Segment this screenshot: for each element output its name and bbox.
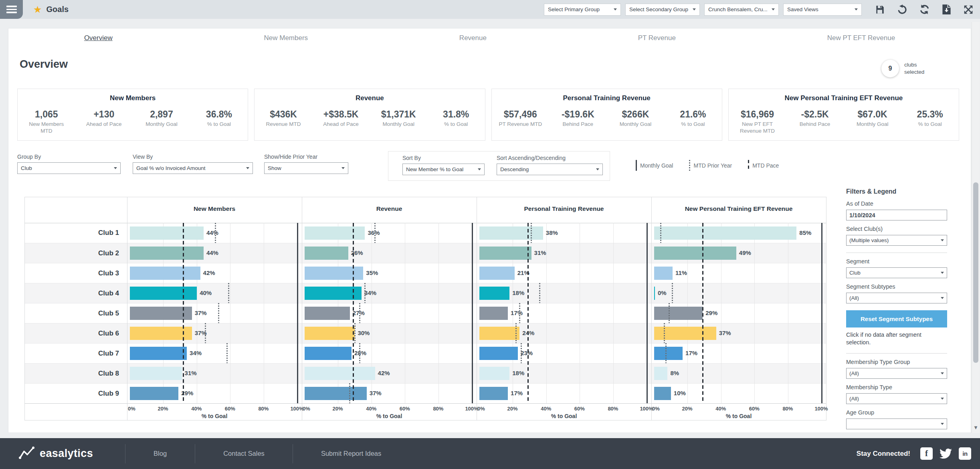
footer-link-blog[interactable]: Blog	[125, 450, 195, 457]
bar-club-9-revenue[interactable]	[305, 387, 367, 400]
bar-club-9-new-members[interactable]	[130, 387, 178, 400]
bar-club-2-new-personal-training-eft-revenue[interactable]	[654, 247, 736, 260]
bar-club-3-revenue[interactable]	[305, 267, 363, 280]
tab-overview[interactable]: Overview	[84, 34, 113, 42]
bar-club-5-new-members[interactable]	[130, 307, 192, 320]
sidebar-note: Click if no data after segment selection…	[846, 331, 944, 346]
field-value: Club	[849, 270, 861, 276]
x-axis-tick: 0%	[128, 406, 144, 412]
bar-club-8-new-members[interactable]	[130, 367, 182, 380]
kpi-stat-ahead-of-pace: +130Ahead of Pace	[75, 109, 133, 135]
refresh-icon[interactable]	[919, 4, 930, 15]
linkedin-icon[interactable]: in	[959, 447, 971, 460]
filters-sidebar: Filters & Legend As of Date1/10/2024Sele…	[846, 188, 954, 429]
filter-select-sort-ascending-descending[interactable]: Descending	[497, 164, 603, 175]
bar-club-3-personal-training-revenue[interactable]	[479, 267, 515, 280]
facebook-icon[interactable]: f	[920, 447, 933, 460]
bar-club-1-new-personal-training-eft-revenue[interactable]	[654, 226, 796, 240]
save-icon[interactable]	[875, 4, 885, 15]
filter-select-sort-by[interactable]: New Member % to Goal	[402, 164, 485, 175]
chevron-down-icon	[941, 398, 944, 400]
tab-revenue[interactable]: Revenue	[459, 34, 487, 42]
bar-club-2-revenue[interactable]	[305, 247, 348, 260]
kpi-value: 2,897	[133, 109, 190, 120]
select-clubs-select[interactable]: (Multiple values)	[846, 235, 947, 246]
filter-label: View By	[133, 154, 253, 160]
bar-club-5-personal-training-revenue[interactable]	[479, 307, 508, 320]
footer-link-contact-sales[interactable]: Contact Sales	[195, 450, 293, 457]
twitter-icon[interactable]	[940, 447, 952, 460]
x-axis-title: % to Goal	[127, 413, 302, 419]
bar-club-6-new-personal-training-eft-revenue[interactable]	[654, 327, 716, 340]
scrollbar-down-arrow[interactable]: ▼	[973, 425, 978, 431]
x-axis-row: 0%20%40%60%80%100%% to Goal0%20%40%60%80…	[25, 403, 826, 420]
bar-club-5-revenue[interactable]	[305, 307, 350, 320]
bar-club-7-new-members[interactable]	[130, 347, 187, 360]
bar-club-6-new-members[interactable]	[130, 327, 192, 340]
kpi-card-new-personal-training-eft-revenue: New Personal Training EFT Revenue$16,969…	[728, 89, 959, 141]
social-section: Stay Connected! fin	[857, 447, 971, 460]
chevron-down-icon	[341, 167, 345, 169]
bar-club-2-new-members[interactable]	[130, 247, 204, 260]
membership-type-group-select[interactable]: (All)	[846, 368, 947, 379]
bar-club-9-personal-training-revenue[interactable]	[479, 387, 508, 400]
segment-subtypes-select[interactable]: (All)	[846, 293, 947, 303]
row-label-club-8: Club 8	[25, 364, 127, 384]
topbar-dropdown-saved-views[interactable]: Saved Views	[783, 4, 862, 16]
segment-select[interactable]: Club	[846, 267, 947, 278]
kpi-card-revenue: Revenue$436KRevenue MTD+$38.5KAhead of P…	[254, 89, 485, 141]
download-icon[interactable]	[942, 4, 952, 15]
membership-type-select[interactable]: (All)	[846, 393, 947, 404]
fullscreen-icon[interactable]	[963, 4, 974, 15]
bar-club-6-revenue[interactable]	[305, 327, 355, 340]
x-axis-tick: 80%	[780, 406, 796, 412]
filter-select-view-by[interactable]: Goal % w/o Invoiced Amount	[133, 162, 253, 174]
age-group-select[interactable]	[846, 418, 947, 429]
bar-club-4-revenue[interactable]	[305, 287, 362, 300]
bar-club-8-revenue[interactable]	[305, 367, 375, 380]
x-axis-tick: 100%	[813, 406, 829, 412]
x-axis-tick: 60%	[397, 406, 413, 412]
bar-club-7-new-personal-training-eft-revenue[interactable]	[654, 347, 683, 360]
x-axis-tick: 40%	[538, 406, 554, 412]
bar-club-9-new-personal-training-eft-revenue[interactable]	[654, 387, 671, 400]
as-of-date-input[interactable]: 1/10/2024	[846, 210, 947, 220]
bar-club-3-new-members[interactable]	[130, 267, 200, 280]
bar-club-1-personal-training-revenue[interactable]	[479, 226, 543, 240]
tab-pt-revenue[interactable]: PT Revenue	[638, 34, 676, 42]
topbar-dropdown-select-primary-group[interactable]: Select Primary Group	[544, 4, 621, 16]
favorite-star-icon[interactable]: ★	[33, 5, 42, 14]
topbar-dropdown-crunch-bensalem-cru[interactable]: Crunch Bensalem, Cru...	[704, 4, 779, 16]
chevron-down-icon	[693, 8, 696, 10]
bar-club-1-new-members[interactable]	[130, 226, 204, 240]
kpi-stat-monthly-goal: 2,897Monthly Goal	[133, 109, 190, 135]
topbar-dropdown-select-secondary-group[interactable]: Select Secondary Group	[625, 4, 700, 16]
page-scrollbar[interactable]: ▼	[972, 22, 980, 433]
bar-club-4-personal-training-revenue[interactable]	[479, 287, 509, 300]
top-bar: ★ Goals Select Primary GroupSelect Secon…	[0, 0, 980, 19]
filter-select-show-hide-prior-year[interactable]: Show	[264, 162, 348, 174]
x-axis-tick: 0%	[652, 406, 668, 412]
bar-club-2-personal-training-revenue[interactable]	[479, 247, 531, 260]
bar-club-8-new-personal-training-eft-revenue[interactable]	[654, 367, 667, 380]
undo-icon[interactable]	[897, 4, 907, 15]
dropdown-value: Saved Views	[787, 6, 818, 12]
bar-club-8-personal-training-revenue[interactable]	[479, 367, 509, 380]
filter-select-group-by[interactable]: Club	[17, 162, 121, 174]
bar-club-3-new-personal-training-eft-revenue[interactable]	[654, 267, 673, 280]
tab-new-pt-eft-revenue[interactable]: New PT EFT Revenue	[827, 34, 895, 42]
tab-new-members[interactable]: New Members	[264, 34, 308, 42]
bar-club-6-personal-training-revenue[interactable]	[479, 327, 519, 340]
x-axis-tick: 80%	[430, 406, 446, 412]
bar-club-4-new-personal-training-eft-revenue[interactable]	[654, 287, 655, 300]
bar-club-7-revenue[interactable]	[305, 347, 352, 360]
bar-club-1-revenue[interactable]	[305, 226, 365, 240]
bar-club-5-new-personal-training-eft-revenue[interactable]	[654, 307, 703, 320]
kpi-label: Monthly Goal	[138, 121, 185, 128]
reset-segment-subtypes-button[interactable]: Reset Segment Subtypes	[846, 310, 947, 327]
scrollbar-thumb[interactable]	[973, 182, 978, 363]
footer-link-submit-report-ideas[interactable]: Submit Report Ideas	[293, 450, 409, 457]
menu-button[interactable]	[0, 0, 23, 19]
bar-club-7-personal-training-revenue[interactable]	[479, 347, 518, 360]
bar-club-4-new-members[interactable]	[130, 287, 197, 300]
